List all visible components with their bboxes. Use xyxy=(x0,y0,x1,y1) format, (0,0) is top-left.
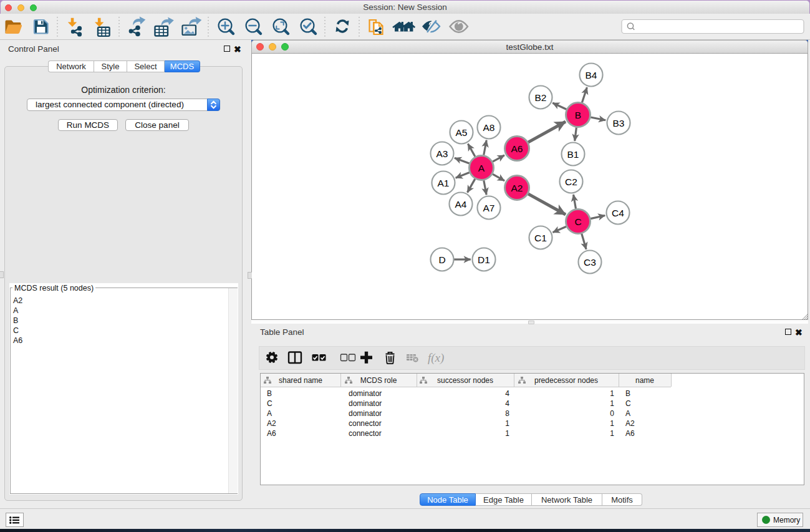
svg-text:C1: C1 xyxy=(534,233,547,243)
svg-text:C: C xyxy=(574,216,581,227)
svg-text:C3: C3 xyxy=(584,257,596,268)
svg-text:A7: A7 xyxy=(483,203,495,213)
svg-text:A5: A5 xyxy=(456,127,468,138)
svg-text:A6: A6 xyxy=(511,143,523,154)
svg-text:B: B xyxy=(575,110,581,120)
svg-text:A2: A2 xyxy=(511,183,523,193)
svg-text:B1: B1 xyxy=(567,149,579,160)
svg-text:C2: C2 xyxy=(565,177,577,187)
svg-text:A: A xyxy=(478,163,485,173)
svg-text:B3: B3 xyxy=(613,118,625,128)
svg-text:D1: D1 xyxy=(478,254,490,265)
svg-text:B2: B2 xyxy=(535,92,547,103)
svg-text:f(x): f(x) xyxy=(428,351,444,365)
svg-text:A8: A8 xyxy=(483,122,495,133)
svg-text:A1: A1 xyxy=(438,178,450,188)
svg-text:C4: C4 xyxy=(612,208,624,218)
svg-text:B4: B4 xyxy=(586,70,597,80)
svg-text:D: D xyxy=(438,254,445,265)
svg-text:A3: A3 xyxy=(436,148,448,159)
svg-text:A4: A4 xyxy=(455,199,467,210)
